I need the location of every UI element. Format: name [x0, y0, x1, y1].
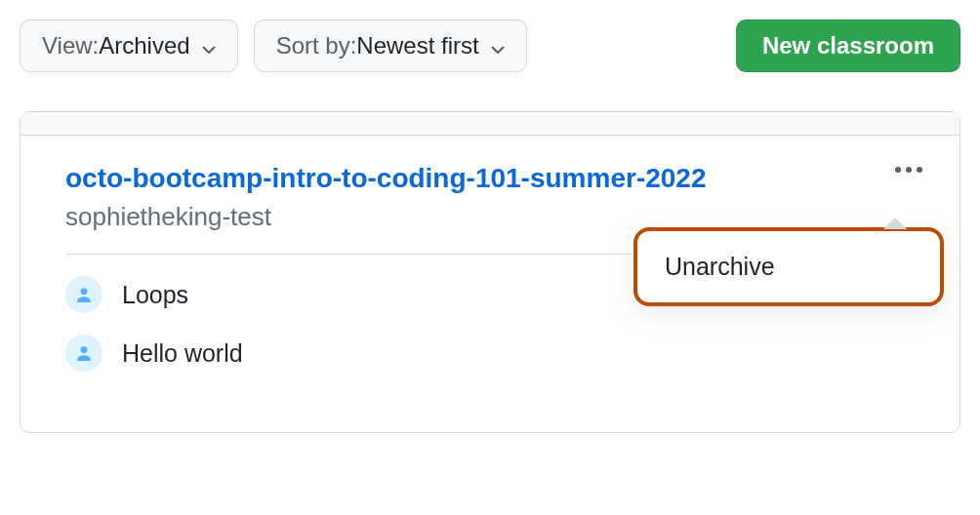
- dot-icon: [917, 167, 922, 173]
- kebab-menu-button[interactable]: [895, 167, 922, 173]
- caret-down-icon: [491, 32, 505, 59]
- toolbar: View: Archived Sort by: Newest first New…: [20, 20, 960, 72]
- sort-prefix: Sort by:: [276, 32, 357, 59]
- view-filter-value: Archived: [99, 32, 189, 59]
- new-classroom-button[interactable]: New classroom: [736, 20, 960, 72]
- assignment-item[interactable]: Hello world: [65, 335, 915, 372]
- card-body: octo-bootcamp-intro-to-coding-101-summer…: [20, 136, 960, 432]
- view-filter-prefix: View:: [42, 32, 99, 59]
- person-icon: [65, 335, 102, 372]
- dot-icon: [895, 167, 901, 173]
- divider: [65, 254, 632, 255]
- new-classroom-label: New classroom: [762, 32, 934, 59]
- assignment-name: Hello world: [122, 339, 243, 368]
- card-header: [20, 112, 960, 136]
- dot-icon: [906, 167, 912, 173]
- classroom-actions-menu: Unarchive: [633, 227, 944, 306]
- unarchive-menu-item[interactable]: Unarchive: [665, 253, 913, 281]
- classroom-card: octo-bootcamp-intro-to-coding-101-summer…: [20, 111, 960, 433]
- person-icon: [65, 276, 102, 313]
- view-filter-dropdown[interactable]: View: Archived: [20, 20, 238, 72]
- classroom-title-link[interactable]: octo-bootcamp-intro-to-coding-101-summer…: [65, 163, 707, 194]
- caret-down-icon: [202, 32, 216, 59]
- sort-dropdown[interactable]: Sort by: Newest first: [254, 20, 527, 72]
- menu-caret-icon: [883, 218, 907, 229]
- sort-value: Newest first: [356, 32, 478, 59]
- assignment-name: Loops: [122, 281, 188, 309]
